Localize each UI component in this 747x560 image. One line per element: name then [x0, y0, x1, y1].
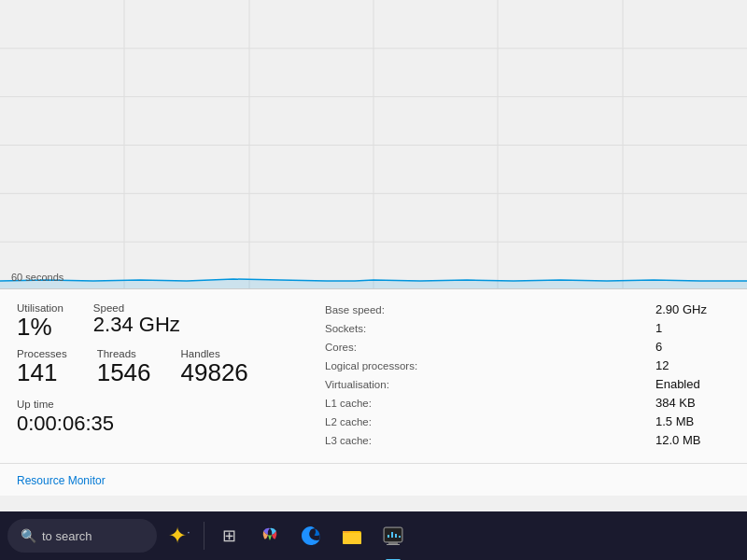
processes-threads-row: Processes 141 Threads 1546 Handles 49826 — [17, 348, 316, 386]
taskbar: 🔍 to search ✦ · ⊞ — [0, 511, 747, 560]
copilot-app-icon — [258, 524, 282, 548]
task-manager-button[interactable] — [374, 517, 412, 554]
processes-group: Processes 141 — [17, 348, 67, 386]
spec-table: Base speed: 2.90 GHz Sockets: 1 Cores: 6… — [325, 302, 730, 447]
search-icon: 🔍 — [21, 528, 36, 543]
widgets-button[interactable]: ⊞ — [210, 517, 247, 554]
copilot-app-button[interactable] — [251, 517, 289, 554]
taskbar-separator-1 — [204, 522, 204, 550]
logical-label: Logical processors: — [325, 360, 474, 371]
copilot-star-icon: ✦ — [168, 523, 187, 549]
processes-value: 141 — [17, 359, 67, 386]
svg-rect-20 — [388, 542, 398, 544]
stats-left: Utilisation 1% Speed 2.34 GHz Processes … — [17, 302, 316, 452]
stats-section: Utilisation 1% Speed 2.34 GHz Processes … — [0, 289, 747, 463]
file-explorer-icon — [340, 524, 364, 548]
l2-row: L2 cache: 1.5 MB — [325, 414, 730, 428]
speed-group: Speed 2.34 GHz — [93, 302, 180, 336]
utilisation-speed-row: Utilisation 1% Speed 2.34 GHz — [17, 302, 316, 341]
speed-value: 2.34 GHz — [93, 314, 180, 336]
utilisation-group: Utilisation 1% — [17, 302, 63, 341]
uptime-label: Up time — [17, 399, 54, 410]
processes-label: Processes — [17, 348, 67, 359]
sockets-value: 1 — [655, 321, 730, 335]
svg-rect-21 — [387, 544, 400, 545]
threads-label: Threads — [97, 348, 151, 359]
resource-monitor-link[interactable]: Resource Monitor — [17, 474, 106, 487]
l2-value: 1.5 MB — [655, 414, 730, 428]
stats-right: Base speed: 2.90 GHz Sockets: 1 Cores: 6… — [316, 302, 730, 452]
search-text: to search — [42, 529, 92, 543]
threads-group: Threads 1546 — [97, 348, 151, 386]
l3-value: 12.0 MB — [655, 433, 730, 447]
uptime-value: 0:00:06:35 — [17, 412, 316, 436]
cores-value: 6 — [655, 340, 730, 354]
utilisation-value: 1% — [17, 314, 63, 341]
uptime-section: Up time 0:00:06:35 — [17, 395, 316, 436]
graph-time-label: 60 seconds — [11, 272, 63, 283]
cpu-graph-svg — [0, 0, 747, 288]
l3-label: L3 cache: — [325, 435, 474, 446]
sockets-row: Sockets: 1 — [325, 321, 730, 335]
base-speed-value: 2.90 GHz — [655, 302, 730, 316]
handles-label: Handles — [181, 348, 248, 359]
copilot-icon-button[interactable]: ✦ · — [161, 517, 198, 554]
handles-value: 49826 — [181, 359, 248, 386]
l1-row: L1 cache: 384 KB — [325, 396, 730, 410]
l1-value: 384 KB — [655, 396, 730, 410]
edge-button[interactable] — [292, 517, 330, 554]
task-manager-icon — [381, 524, 405, 548]
copilot-sparkle-icon: · — [187, 525, 190, 539]
edge-icon — [299, 524, 323, 548]
cpu-graph-area: 60 seconds — [0, 0, 747, 289]
handles-group: Handles 49826 — [181, 348, 248, 386]
logical-value: 12 — [655, 358, 730, 372]
logical-row: Logical processors: 12 — [325, 358, 730, 372]
virtualisation-row: Virtualisation: Enabled — [325, 377, 730, 391]
cores-row: Cores: 6 — [325, 340, 730, 354]
resource-monitor-bar: Resource Monitor — [0, 463, 747, 496]
file-explorer-button[interactable] — [333, 517, 371, 554]
cores-label: Cores: — [325, 342, 474, 353]
virtualisation-label: Virtualisation: — [325, 379, 474, 390]
search-bar[interactable]: 🔍 to search — [7, 519, 157, 553]
widgets-icon: ⊞ — [222, 525, 236, 546]
threads-value: 1546 — [97, 359, 151, 386]
svg-rect-13 — [343, 533, 361, 544]
main-content: 60 seconds Utilisation 1% Speed 2.34 GHz… — [0, 0, 747, 476]
l2-label: L2 cache: — [325, 416, 474, 427]
virtualisation-value: Enabled — [655, 377, 730, 391]
base-speed-row: Base speed: 2.90 GHz — [325, 302, 730, 316]
l3-row: L3 cache: 12.0 MB — [325, 433, 730, 447]
base-speed-label: Base speed: — [325, 304, 474, 315]
l1-label: L1 cache: — [325, 398, 474, 409]
sockets-label: Sockets: — [325, 323, 474, 334]
